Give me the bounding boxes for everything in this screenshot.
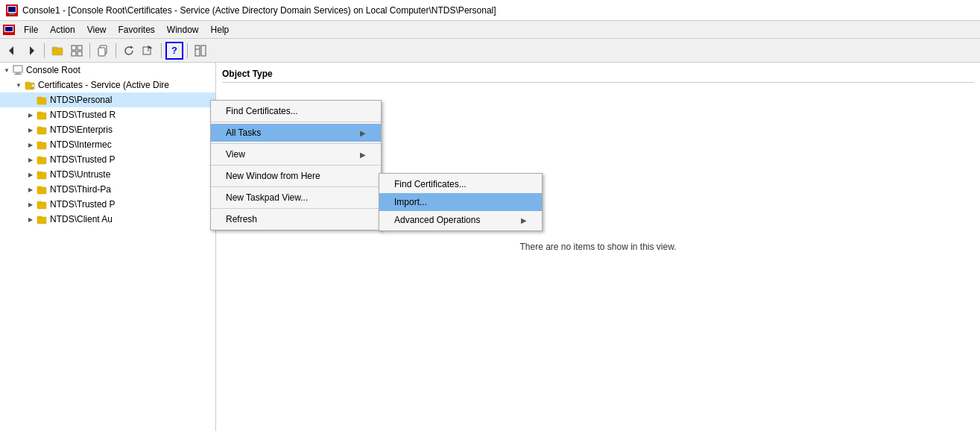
svg-marker-9 [30, 46, 34, 55]
menu-view[interactable]: View [81, 23, 113, 37]
ctx-sep-2 [211, 143, 381, 144]
open-button[interactable] [48, 42, 66, 60]
folder-icon-ntds-untruste [36, 169, 48, 180]
tree-item-ntds-untruste[interactable]: NTDS\Untruste [0, 167, 215, 182]
expand-icon-ntds-third-pa [27, 186, 34, 193]
svg-rect-35 [37, 112, 42, 114]
tree-label-ntds-trusted-p: NTDS\Trusted P [50, 154, 116, 165]
toolbar: ? [0, 39, 980, 63]
expand-icon-ntds-intermec [27, 141, 34, 148]
back-button[interactable] [3, 42, 21, 60]
folder-icon-ntds-enterprise [36, 124, 48, 136]
context-find-certs-sub[interactable]: Find Certificates... [379, 175, 542, 193]
expand-icon-ntds-personal [27, 96, 34, 104]
title-bar: Console1 - [Console Root\Certificates - … [0, 0, 980, 21]
tree-label-ntds-third-pa: NTDS\Third-Pa [50, 184, 111, 195]
context-view[interactable]: View ▶ [211, 145, 381, 163]
menu-window[interactable]: Window [161, 23, 205, 37]
context-menu-primary: Find Certificates... All Tasks ▶ View ▶ … [210, 100, 382, 230]
svg-rect-22 [195, 45, 200, 56]
view-arrow: ▶ [360, 151, 366, 159]
menu-help[interactable]: Help [205, 23, 235, 37]
svg-marker-8 [9, 46, 13, 55]
folder-icon-ntds-trusted-r [36, 109, 48, 121]
svg-rect-26 [16, 72, 20, 74]
tree-item-ntds-trusted-p2[interactable]: NTDS\Trusted P [0, 197, 215, 212]
context-new-taskpad[interactable]: New Taskpad View... [211, 189, 381, 207]
tree-item-certificates[interactable]: Certificates - Service (Active Dire [0, 78, 215, 92]
svg-rect-15 [78, 51, 82, 56]
context-all-tasks[interactable]: All Tasks ▶ [211, 124, 381, 142]
menu-favorites[interactable]: Favorites [113, 23, 161, 37]
expand-icon-ntds-trusted-p2 [27, 201, 34, 208]
svg-rect-39 [37, 142, 42, 144]
tree-item-ntds-third-pa[interactable]: NTDS\Third-Pa [0, 182, 215, 197]
svg-rect-37 [37, 127, 42, 129]
folder-icon-ntds-intermec [36, 139, 48, 151]
view-button[interactable] [192, 42, 209, 60]
main-container: Console Root Certificates - Service (Act… [0, 63, 980, 431]
context-find-certs[interactable]: Find Certificates... [211, 102, 381, 120]
expand-icon-ntds-trusted-p [27, 156, 34, 163]
grid-button[interactable] [68, 42, 86, 60]
folder-icon-ntds-trusted-p [36, 154, 48, 166]
menu-bar: File Action View Favorites Window Help [0, 21, 980, 39]
tree-label-ntds-trusted-p2: NTDS\Trusted P [50, 199, 116, 210]
svg-rect-25 [13, 66, 22, 72]
svg-rect-43 [37, 172, 42, 174]
svg-rect-13 [78, 45, 82, 50]
context-advanced-ops[interactable]: Advanced Operations ▶ [379, 211, 542, 229]
tree-label-ntds-intermec: NTDS\Intermec [50, 139, 112, 150]
svg-rect-47 [37, 201, 42, 204]
tree-item-console-root[interactable]: Console Root [0, 63, 215, 78]
help-button[interactable]: ? [165, 42, 183, 60]
advanced-ops-arrow: ▶ [521, 216, 527, 224]
refresh-button[interactable] [120, 42, 138, 60]
svg-marker-20 [148, 45, 153, 48]
expand-icon-ntds-enterprise [27, 126, 34, 133]
expand-icon-ntds-client-au [27, 216, 34, 223]
forward-button[interactable] [22, 42, 40, 60]
tree-item-ntds-personal[interactable]: NTDS\Personal [0, 92, 215, 107]
tree-item-ntds-intermec[interactable]: NTDS\Intermec [0, 137, 215, 152]
tree-label-ntds-personal: NTDS\Personal [50, 95, 112, 105]
expand-icon-ntds-trusted-r [27, 111, 34, 119]
svg-rect-27 [14, 74, 22, 75]
tree-item-ntds-trusted-r[interactable]: NTDS\Trusted R [0, 107, 215, 122]
no-items-text: There are no items to show in this view. [519, 242, 676, 252]
ctx-sep-1 [211, 122, 381, 122]
tree-item-ntds-client-au[interactable]: NTDS\Client Au [0, 212, 215, 227]
app-icon [6, 4, 18, 16]
svg-rect-49 [37, 216, 42, 218]
folder-icon-ntds-third-pa [36, 183, 48, 195]
tree-item-ntds-trusted-p[interactable]: NTDS\Trusted P [0, 152, 215, 167]
tree-item-ntds-enterprise[interactable]: NTDS\Enterpris [0, 122, 215, 137]
copy-button[interactable] [94, 42, 112, 60]
toolbar-sep-5 [187, 43, 188, 58]
menu-action[interactable]: Action [44, 23, 80, 37]
svg-rect-7 [5, 27, 13, 31]
menu-file[interactable]: File [18, 23, 44, 37]
svg-rect-12 [72, 45, 76, 50]
cert-service-icon [24, 79, 36, 91]
toolbar-sep-4 [161, 43, 162, 58]
svg-rect-29 [25, 82, 30, 84]
context-refresh[interactable]: Refresh [211, 210, 381, 228]
tree-label-certificates: Certificates - Service (Active Dire [38, 80, 169, 90]
folder-icon-ntds-personal [36, 94, 48, 106]
menu-app-icon [3, 25, 15, 35]
context-import[interactable]: Import... [379, 193, 542, 211]
svg-rect-4 [10, 14, 14, 15]
svg-rect-3 [9, 13, 15, 14]
tree-label-console-root: Console Root [26, 65, 80, 75]
toolbar-sep-1 [44, 43, 45, 58]
folder-icon-ntds-trusted-p2 [36, 198, 48, 210]
ctx-sep-4 [211, 186, 381, 187]
all-tasks-arrow: ▶ [360, 129, 366, 137]
tree-label-ntds-untruste: NTDS\Untruste [50, 169, 110, 180]
ctx-sep-3 [211, 165, 381, 166]
context-menu-submenu: Find Certificates... Import... Advanced … [379, 173, 543, 231]
context-new-window[interactable]: New Window from Here [211, 167, 381, 185]
export-button[interactable] [139, 42, 157, 60]
desktop-icon [12, 64, 24, 76]
